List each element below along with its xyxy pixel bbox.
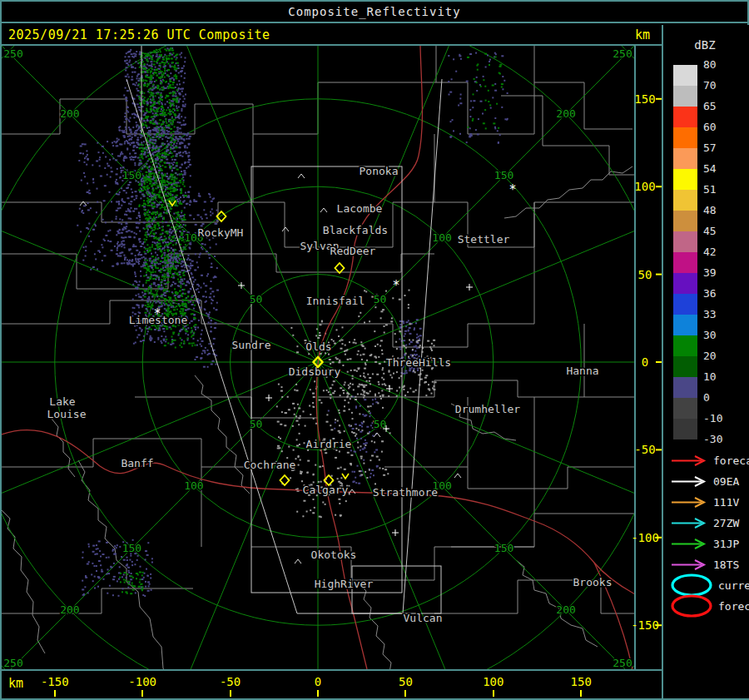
city-label: Ponoka [360, 165, 399, 177]
map-canvas[interactable]: 5050505010010010010015015015015020020020… [2, 46, 662, 669]
range-ring-label: 150 [122, 542, 141, 554]
x-axis-tick-label: 150 [563, 675, 599, 688]
city-label: Olds [305, 340, 331, 353]
track-arrow-icon [670, 517, 708, 529]
city-label: RockyMH [198, 226, 244, 239]
colorbar-tick-label: 0 [703, 391, 740, 405]
colorbar-swatch [673, 294, 697, 315]
colorbar-tick-label: 33 [703, 308, 740, 321]
radial-line [126, 362, 318, 669]
status-bar: 2025/09/21 17:25:26 UTC Composite km [2, 25, 662, 46]
legend-item-forecast: forecast [670, 453, 749, 468]
colorbar-swatch [673, 315, 697, 335]
x-axis-tick [230, 690, 231, 697]
range-ring-label: 200 [556, 603, 575, 616]
colorbar-swatch [673, 86, 697, 107]
city-label: Okotoks [311, 549, 357, 561]
colorbar-swatch [673, 190, 697, 211]
caret-marker [320, 208, 327, 212]
range-ring-label: 50 [250, 293, 263, 305]
colorbar-swatch [673, 419, 697, 439]
colorbar-tick-label: 10 [703, 370, 740, 384]
x-axis-tick-label: -150 [37, 675, 73, 688]
legend-item-ellipse-forecast: forecast [670, 594, 749, 618]
colorbar-legend-panel: dBZ 807065605754514845423936333020100-10… [662, 25, 749, 698]
radial-line [318, 171, 662, 362]
legend-label: 09EA [713, 475, 739, 488]
colorbar-tick-label: 48 [703, 204, 740, 217]
city-label: Louise [47, 408, 87, 420]
colorbar-swatch [673, 65, 697, 86]
y-axis-tick-label: -150 [631, 618, 659, 632]
city-label: HighRiver [315, 578, 374, 590]
caret-marker [298, 174, 305, 178]
range-ring-label: 200 [556, 107, 575, 120]
range-ring-label: 250 [3, 47, 22, 60]
y-axis-tick-label: -50 [634, 443, 655, 456]
range-ring-label: 150 [494, 169, 513, 181]
track-arrow-icon [670, 454, 708, 467]
plus-marker [265, 395, 272, 401]
colorbar-swatch [673, 231, 697, 252]
title-bar: Composite_Reflectivity [2, 2, 747, 23]
city-label: Hanna [566, 365, 598, 377]
range-ring-label: 50 [250, 418, 263, 430]
range-ring-label: 150 [494, 542, 513, 554]
colorbar-tick-label: 57 [703, 141, 740, 155]
x-axis-tick-label: 0 [300, 675, 336, 688]
legend-label: 18TS [713, 559, 739, 571]
x-axis-tick [317, 690, 319, 697]
range-ring-label: 200 [60, 107, 79, 120]
colorbar-tick-label: -10 [703, 412, 740, 425]
colorbar-tick-label: 36 [703, 287, 740, 300]
y-axis-tick-label: 0 [642, 355, 648, 369]
range-ring-label: 200 [60, 603, 79, 616]
y-axis-tick-label: 100 [634, 180, 655, 193]
city-label: Lacombe [337, 202, 383, 215]
x-axis-tick [141, 690, 143, 697]
range-ring-label: 150 [122, 169, 141, 181]
city-label: Lake [49, 395, 75, 408]
legend-item-ellipse-current: current [670, 573, 749, 597]
window-title: Composite_Reflectivity [288, 5, 460, 18]
caret-marker [349, 489, 355, 494]
city-label: Stettler [458, 233, 510, 246]
colorbar-tick-label: 20 [703, 350, 740, 363]
colorbar-tick-label: 70 [703, 79, 740, 92]
track-arrow-icon [670, 475, 708, 488]
legend-item-31JP: 31JP [670, 536, 739, 551]
colorbar-swatch [673, 377, 697, 398]
legend-item-18TS: 18TS [670, 557, 739, 572]
asterisk-marker: * [153, 306, 161, 321]
colorbar-tick-label: 65 [703, 100, 740, 113]
colorbar-tick-label: 80 [703, 58, 740, 72]
colorbar-swatch [673, 169, 697, 190]
range-ring-label: 250 [613, 657, 632, 669]
ellipse-icon [670, 594, 715, 618]
city-label: RedDeer [330, 245, 376, 257]
colorbar-tick-label: 30 [703, 329, 740, 342]
city-label: Innisfail [306, 295, 365, 307]
range-ring [2, 46, 662, 669]
x-axis-tick-label: -50 [212, 675, 249, 688]
city-label: Airdrie [306, 438, 352, 450]
plus-marker [392, 529, 399, 536]
caret-marker [374, 433, 380, 437]
caret-marker [282, 227, 289, 231]
radar-site-diamond [280, 475, 290, 485]
city-label: Banff [121, 457, 153, 469]
range-ring [2, 46, 662, 669]
range-ring-label: 250 [3, 657, 22, 669]
colorbar-swatch [673, 273, 697, 294]
radar-site-diamond [335, 263, 345, 273]
legend-label: forecast [718, 600, 749, 613]
x-axis-tick-label: 50 [387, 675, 424, 688]
track-arrow-icon [670, 496, 708, 509]
colorbar-swatch [673, 148, 697, 169]
x-axis-unit-label: km [8, 676, 23, 691]
y-axis-tick-label: 50 [638, 268, 652, 281]
legend-label: current [718, 579, 749, 592]
map-viewport: 5050505010010010010015015015015020020020… [2, 46, 662, 669]
x-axis-bar: km -150-100-50050100150 [2, 669, 662, 698]
colorbar-swatch [673, 398, 697, 419]
